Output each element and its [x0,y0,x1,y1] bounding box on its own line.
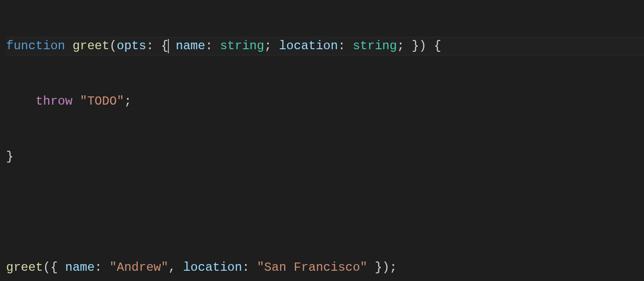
code-line-1[interactable]: function greet(opts: { name: string; loc… [6,37,644,55]
colon: : [338,37,345,55]
space [426,37,434,55]
function-name: greet [73,37,110,55]
keyword-function: function [6,37,65,55]
open-paren: ( [43,258,50,277]
indent [6,92,36,111]
comma: , [168,258,176,277]
open-brace: { [161,37,168,55]
code-line-2[interactable]: throw "TODO"; [6,92,644,111]
close-brace: } [375,258,382,277]
space [102,258,109,277]
open-brace: { [50,258,57,277]
space [212,37,220,55]
text-cursor [168,39,169,53]
space [346,37,353,55]
code-line-3[interactable]: } [6,148,644,166]
space [249,258,256,277]
space [65,37,72,55]
space [168,37,176,55]
close-brace: } [412,37,419,55]
semicolon: ; [390,258,397,277]
space [73,92,80,111]
prop-name: location [183,258,242,277]
string-literal: "San Francisco" [257,258,368,277]
space [154,37,161,55]
type-string: string [353,37,397,55]
close-paren: ) [419,37,426,55]
space [176,258,183,277]
code-line-4[interactable] [6,203,644,222]
param-name: opts [117,37,146,55]
space [368,258,375,277]
space [272,37,279,55]
type-string: string [220,37,264,55]
close-brace: } [6,148,13,166]
function-call: greet [6,258,43,277]
prop-name: location [279,37,338,55]
semicolon: ; [264,37,271,55]
open-paren: ( [110,37,117,55]
colon: : [146,37,154,55]
code-line-5[interactable]: greet({ name: "Andrew", location: "San F… [6,258,644,277]
close-paren: ) [382,258,390,277]
space [58,258,65,277]
string-literal: "TODO" [80,92,124,111]
string-literal: "Andrew" [110,258,168,277]
keyword-throw: throw [36,92,73,111]
space [404,37,412,55]
colon: : [242,258,249,277]
prop-name: name [176,37,205,55]
colon: : [95,258,102,277]
semicolon: ; [124,92,131,111]
colon: : [205,37,212,55]
prop-name: name [65,258,95,277]
open-brace: { [434,37,441,55]
code-editor[interactable]: function greet(opts: { name: string; loc… [6,0,644,281]
semicolon: ; [397,37,404,55]
